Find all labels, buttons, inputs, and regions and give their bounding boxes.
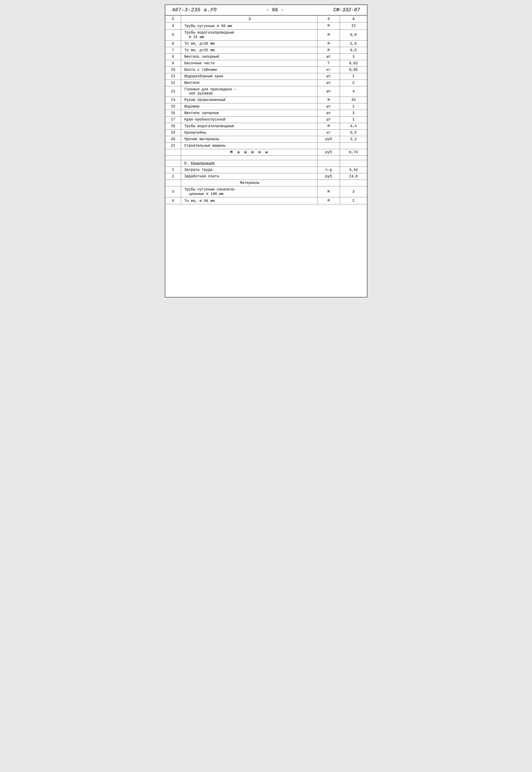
table-row: 4То же, ∅ 50 ммМ2 <box>165 198 367 205</box>
row-qty: I4,0 <box>340 173 367 180</box>
row-unit: шт <box>317 86 340 97</box>
row-desc: Трубы водогазопроводные∅ 15 мм <box>181 29 317 41</box>
row-desc: То же, д=25 мм <box>181 47 317 54</box>
row-desc: Болты с гайками <box>181 67 317 73</box>
table-row: I2Вентилишт2 <box>165 80 367 86</box>
row-unit: М <box>317 29 340 41</box>
row-qty: 6,0 <box>340 29 367 41</box>
row-num: I7 <box>165 116 181 123</box>
table-row: I8Трубы водогазопроводныеМ4,4 <box>165 123 367 129</box>
row-num: 6 <box>165 41 181 47</box>
row-unit: шт <box>317 103 340 110</box>
table-row: Материалы <box>165 180 367 186</box>
row-unit: М <box>317 47 340 54</box>
row-qty: 0,02 <box>340 60 367 67</box>
row-desc: Рукав прорезиненный <box>181 97 317 103</box>
row-num: 8 <box>165 54 181 60</box>
row-qty: I <box>340 73 367 80</box>
row-desc: Вентили запорные <box>181 110 317 116</box>
row-desc: Головки для присоедине –ния рукавов <box>181 86 317 97</box>
row-num: 4 <box>165 198 181 205</box>
table-row: 5Трубы водогазопроводные∅ 15 ммМ6,0 <box>165 29 367 41</box>
row-num <box>165 149 181 156</box>
row-num: 7 <box>165 47 181 54</box>
table-row: 3Трубы чугунные канализа-ционные ∅ 100 м… <box>165 186 367 198</box>
row-desc: Заработная плата <box>181 173 317 180</box>
row-unit: М <box>317 41 340 47</box>
row-unit: Т <box>317 60 340 67</box>
row-qty: I <box>340 103 367 110</box>
table-row: 20Прочие материалыруб2,2 <box>165 136 367 143</box>
col-header-2: 2 <box>181 16 317 23</box>
row-desc: Трубы чугунные ∅ 50 мм <box>181 23 317 29</box>
row-qty: I <box>340 116 367 123</box>
row-qty: 3 <box>340 54 367 60</box>
col-header-4: 4 <box>340 16 367 23</box>
row-desc: Затраты труда <box>181 167 317 173</box>
row-num <box>165 180 181 186</box>
row-qty: 5,0 <box>340 41 367 47</box>
row-num: I6 <box>165 110 181 116</box>
row-num: I5 <box>165 103 181 110</box>
row-num: I8 <box>165 123 181 129</box>
table-row: 7То же, д=25 ммМ6,0 <box>165 47 367 54</box>
row-desc: Трубы чугунные канализа-ционные ∅ 100 мм <box>181 186 317 198</box>
row-desc: То же, ∅ 50 мм <box>181 198 317 205</box>
row-desc: Водомер <box>181 103 317 110</box>
row-desc: Б. Канализация <box>181 160 317 167</box>
row-qty <box>340 156 367 160</box>
table-row: 2Заработная платарубI4,0 <box>165 173 367 180</box>
row-num: I3 <box>165 86 181 97</box>
table-row: IIВодоразборный кранштI <box>165 73 367 80</box>
row-num: 2 <box>165 173 181 180</box>
row-desc: Вентиль запорный <box>181 54 317 60</box>
table-row: 6То же, д=20 ммМ5,0 <box>165 41 367 47</box>
row-unit: М <box>317 198 340 205</box>
row-qty: 2 <box>340 80 367 86</box>
row-qty: 5,5 <box>340 129 367 136</box>
row-desc: Строительные машины <box>181 143 317 149</box>
row-qty <box>340 180 367 186</box>
row-unit: шт <box>317 80 340 86</box>
page-header: 407-3-235 а.УП - 66 - СФ·332·07 <box>165 5 367 16</box>
row-qty: 2 <box>340 198 367 205</box>
row-qty: 4 <box>340 86 367 97</box>
row-unit: М <box>317 23 340 29</box>
header-left: 407-3-235 а.УП <box>172 7 217 13</box>
table-row <box>165 156 367 160</box>
col-header-1: I <box>165 16 181 23</box>
row-desc: Кронштейны <box>181 129 317 136</box>
table-row: I9Кронштейныкг5,5 <box>165 129 367 136</box>
row-num <box>165 156 181 160</box>
row-unit: шт <box>317 116 340 123</box>
row-desc: Материалы <box>181 180 317 186</box>
row-unit <box>317 160 340 167</box>
table-row: IOБолты с гайкамикг0,65 <box>165 67 367 73</box>
row-qty: 0,65 <box>340 67 367 73</box>
row-desc: Водоразборный кран <box>181 73 317 80</box>
table-row: М а ш и н ыруб0,74 <box>165 149 367 156</box>
row-desc: Кран-пробноспускной <box>181 116 317 123</box>
row-desc: Прочие материалы <box>181 136 317 143</box>
row-qty: 4,4 <box>340 123 367 129</box>
row-unit: кг <box>317 67 340 73</box>
row-num <box>165 160 181 167</box>
row-unit: руб <box>317 173 340 180</box>
col-header-3: 3 <box>317 16 340 23</box>
main-table: I 2 3 4 4Трубы чугунные ∅ 50 ммМI25Трубы… <box>165 16 367 205</box>
row-unit: руб <box>317 149 340 156</box>
row-num: 2I <box>165 143 181 149</box>
table-row: 8Вентиль запорныйшт3 <box>165 54 367 60</box>
row-qty <box>340 160 367 167</box>
table-row: 4Трубы чугунные ∅ 50 ммМI2 <box>165 23 367 29</box>
row-qty: 4,44 <box>340 167 367 173</box>
row-unit: М <box>317 97 340 103</box>
row-desc: То же, д=20 мм <box>181 41 317 47</box>
row-desc: Вентили <box>181 80 317 86</box>
row-num: I2 <box>165 80 181 86</box>
row-unit: руб <box>317 136 340 143</box>
row-num: 9 <box>165 60 181 67</box>
row-qty: 2,2 <box>340 136 367 143</box>
row-unit <box>317 180 340 186</box>
row-desc <box>181 156 317 160</box>
